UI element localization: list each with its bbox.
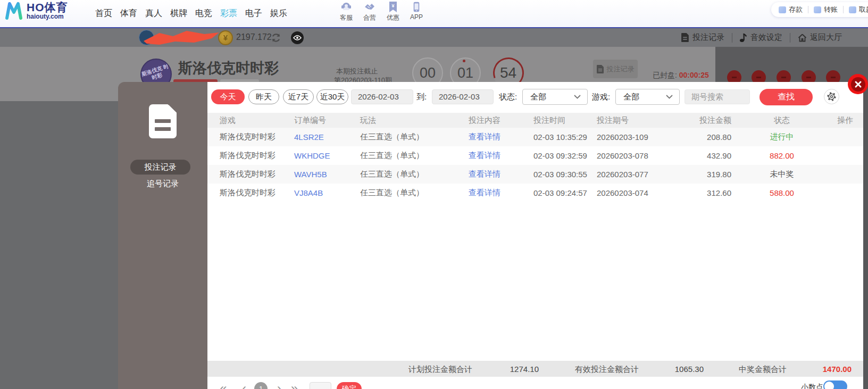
quick-link-promo[interactable]: ¥ 优惠 — [381, 1, 405, 22]
brand-domain: haiouty.com — [27, 13, 68, 20]
document-icon — [597, 65, 604, 73]
balance-amount: 2197.172 — [236, 32, 272, 42]
cell-order-id: WAVH5B — [294, 170, 360, 179]
chevron-down-icon — [574, 95, 581, 99]
nav-item-slots[interactable]: 电子 — [245, 8, 262, 19]
modal-close-button[interactable] — [848, 74, 868, 94]
document-icon — [681, 33, 689, 42]
quick-link-partner[interactable]: 合营 — [358, 1, 381, 22]
record-modal-panel: 今天 昨天 近7天 近30天 2026-02-03 到: 2026-02-03 … — [207, 82, 863, 389]
cell-content: 查看详情 — [469, 132, 533, 142]
date-to-input[interactable]: 2026-02-03 — [432, 89, 494, 104]
order-id-link[interactable]: WAVH5B — [294, 170, 327, 179]
decimal-toggle[interactable] — [823, 380, 847, 389]
prev-page-button[interactable]: ‹ — [242, 381, 246, 389]
page-number-input[interactable] — [310, 382, 331, 389]
period-search-input[interactable]: 期号搜索 — [685, 89, 750, 104]
nav-item-cards[interactable]: 棋牌 — [170, 8, 187, 19]
table-body: 斯洛伐克时时彩4LSR2E任三直选（单式）查看详情02-03 10:35:292… — [207, 128, 863, 202]
game-label: 游戏: — [592, 92, 610, 102]
deposit-button[interactable]: 存款 — [779, 5, 803, 14]
cell-amount: 208.80 — [666, 133, 737, 142]
view-details-link[interactable]: 查看详情 — [469, 151, 500, 160]
cell-amount: 432.90 — [666, 151, 737, 160]
filter-yesterday-button[interactable]: 昨天 — [248, 89, 279, 104]
settings-gear-button[interactable] — [824, 89, 839, 104]
quick-link-service[interactable]: 客服 — [335, 1, 358, 22]
svg-text:¥: ¥ — [391, 3, 394, 9]
plan-total-label: 计划投注金额合计 — [408, 365, 472, 375]
coin-icon: ¥ — [218, 30, 233, 45]
order-id-link[interactable]: VJ8A4B — [294, 188, 323, 197]
to-label: 到: — [416, 92, 427, 102]
page-confirm-button[interactable]: 确定 — [337, 382, 362, 389]
cell-game: 斯洛伐克时时彩 — [220, 169, 294, 179]
cell-status: 未中奖 — [737, 169, 827, 179]
summary-bar: 计划投注金额合计 1274.10 有效投注金额合计 1065.30 中奖金额合计… — [207, 361, 863, 377]
document-icon — [149, 104, 177, 138]
filter-today-button[interactable]: 今天 — [211, 89, 245, 104]
quick-links: 客服 合营 ¥ 优惠 APP — [335, 1, 428, 22]
refresh-icon[interactable] — [270, 32, 282, 44]
top-navigation-bar: HO体育 haiouty.com 首页 体育 真人 棋牌 电竞 彩票 电子 娱乐… — [0, 0, 868, 28]
bet-record-button[interactable]: 投注记录 — [593, 60, 638, 78]
view-details-link[interactable]: 查看详情 — [469, 169, 500, 178]
status-label: 状态: — [499, 92, 517, 102]
transfer-button[interactable]: 转账 — [814, 5, 838, 14]
brand-logo[interactable]: HO体育 haiouty.com — [4, 2, 68, 20]
cell-time: 02-03 09:32:59 — [533, 151, 597, 160]
chevron-down-icon — [666, 95, 673, 99]
game-select[interactable]: 全部 — [615, 89, 680, 105]
cell-amount: 312.60 — [666, 188, 737, 197]
view-details-link[interactable]: 查看详情 — [469, 188, 500, 197]
filter-30days-button[interactable]: 近30天 — [316, 89, 348, 104]
decimal-toggle-label: 小数点 — [801, 383, 823, 389]
sidebar-item-chase-records[interactable]: 追号记录 — [118, 179, 207, 189]
table-row: 斯洛伐克时时彩WAVH5B任三直选（单式）查看详情02-03 09:30:552… — [207, 165, 863, 184]
cell-status: 882.00 — [737, 151, 827, 160]
coupon-icon: ¥ — [389, 1, 397, 13]
order-id-link[interactable]: WKHDGE — [294, 151, 330, 160]
eye-icon[interactable] — [291, 31, 304, 44]
filter-7days-button[interactable]: 近7天 — [283, 89, 314, 104]
headset-icon — [341, 1, 352, 13]
cell-play: 任三直选（单式） — [360, 188, 469, 198]
cell-period: 20260203-109 — [597, 133, 666, 142]
last-page-button[interactable]: » — [291, 381, 298, 389]
brand-name: HO体育 — [27, 2, 68, 13]
cell-game: 斯洛伐克时时彩 — [220, 188, 294, 198]
cell-time: 02-03 09:30:55 — [533, 170, 597, 179]
nav-item-home[interactable]: 首页 — [95, 8, 112, 19]
find-button[interactable]: 查找 — [760, 89, 813, 105]
withdraw-button[interactable]: 取款 — [849, 5, 868, 14]
current-page-badge[interactable]: 1 — [254, 382, 268, 389]
view-details-link[interactable]: 查看详情 — [469, 132, 500, 141]
page: 斯洛伐克 时时彩 斯洛伐克时时彩 本期投注截止 第20260203-110期 0… — [0, 0, 868, 389]
back-to-lobby-link[interactable]: 返回大厅 — [798, 32, 842, 43]
nav-item-sports[interactable]: 体育 — [120, 8, 137, 19]
order-id-link[interactable]: 4LSR2E — [294, 133, 324, 142]
cell-period: 20260203-074 — [597, 188, 666, 197]
status-select[interactable]: 全部 — [522, 89, 588, 105]
close-icon — [851, 77, 865, 92]
first-page-button[interactable]: « — [220, 381, 227, 389]
nav-item-entertainment[interactable]: 娱乐 — [270, 8, 287, 19]
bet-record-link[interactable]: 投注记录 — [681, 32, 724, 43]
home-icon — [798, 34, 807, 42]
gear-icon — [827, 92, 837, 102]
nav-item-live[interactable]: 真人 — [145, 8, 162, 19]
quick-link-app[interactable]: APP — [405, 1, 428, 22]
date-from-input[interactable]: 2026-02-03 — [351, 89, 413, 104]
plan-total-value: 1274.10 — [507, 365, 539, 374]
next-page-button[interactable]: › — [277, 381, 281, 389]
nav-item-esports[interactable]: 电竞 — [195, 8, 212, 19]
main-nav: 首页 体育 真人 棋牌 电竞 彩票 电子 娱乐 — [95, 0, 287, 27]
sidebar-item-bet-records[interactable]: 投注记录 — [130, 160, 190, 175]
cell-status: 进行中 — [737, 132, 827, 142]
game-right-strip — [863, 82, 868, 389]
sound-settings-link[interactable]: 音效设定 — [740, 32, 782, 43]
nav-item-lottery[interactable]: 彩票 — [220, 8, 237, 19]
pagination: « ‹ 1 › » 确定 小数点 — [207, 380, 863, 389]
user-bar: ¥ 2197.172 投注记录 音效设定 返回大厅 — [0, 28, 868, 47]
win-total-value: 1470.00 — [820, 365, 852, 374]
